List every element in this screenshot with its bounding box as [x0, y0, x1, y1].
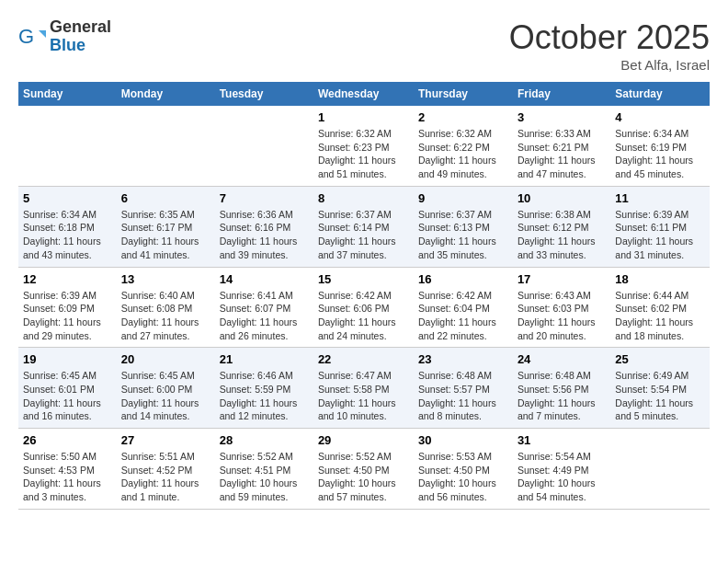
title-block: October 2025 Bet Alfa, Israel [509, 18, 710, 73]
day-number: 10 [518, 191, 606, 205]
calendar-cell: 30Sunrise: 5:53 AMSunset: 4:50 PMDayligh… [414, 429, 513, 510]
day-info: Sunrise: 6:32 AMSunset: 6:23 PMDaylight:… [318, 127, 409, 181]
calendar-cell: 8Sunrise: 6:37 AMSunset: 6:14 PMDaylight… [313, 186, 414, 267]
day-info: Sunrise: 6:48 AMSunset: 5:57 PMDaylight:… [418, 369, 508, 423]
day-info: Sunrise: 6:33 AMSunset: 6:21 PMDaylight:… [518, 127, 606, 181]
day-number: 21 [220, 352, 309, 366]
day-number: 17 [518, 272, 606, 286]
day-number: 26 [23, 433, 112, 447]
calendar-cell: 14Sunrise: 6:41 AMSunset: 6:07 PMDayligh… [215, 267, 313, 348]
calendar-cell: 6Sunrise: 6:35 AMSunset: 6:17 PMDaylight… [117, 186, 215, 267]
day-info: Sunrise: 6:38 AMSunset: 6:12 PMDaylight:… [518, 208, 606, 262]
logo-blue-text: Blue [50, 37, 111, 55]
calendar-cell: 10Sunrise: 6:38 AMSunset: 6:12 PMDayligh… [513, 186, 610, 267]
calendar-cell: 1Sunrise: 6:32 AMSunset: 6:23 PMDaylight… [313, 106, 414, 186]
calendar-cell [610, 429, 710, 510]
day-info: Sunrise: 6:42 AMSunset: 6:04 PMDaylight:… [418, 289, 508, 343]
svg-marker-1 [39, 30, 46, 38]
calendar-cell: 15Sunrise: 6:42 AMSunset: 6:06 PMDayligh… [313, 267, 414, 348]
day-number: 30 [418, 433, 508, 447]
calendar-cell [18, 106, 117, 186]
calendar-cell: 3Sunrise: 6:33 AMSunset: 6:21 PMDaylight… [513, 106, 610, 186]
day-info: Sunrise: 6:40 AMSunset: 6:08 PMDaylight:… [121, 289, 210, 343]
day-info: Sunrise: 6:47 AMSunset: 5:58 PMDaylight:… [318, 369, 409, 423]
day-number: 14 [220, 272, 309, 286]
calendar-cell: 19Sunrise: 6:45 AMSunset: 6:01 PMDayligh… [18, 348, 117, 429]
logo-text: General Blue [50, 18, 111, 55]
calendar-cell [117, 106, 215, 186]
day-number: 5 [23, 191, 112, 205]
day-number: 2 [418, 110, 508, 124]
day-number: 20 [121, 352, 210, 366]
calendar-cell: 9Sunrise: 6:37 AMSunset: 6:13 PMDaylight… [414, 186, 513, 267]
day-number: 31 [518, 433, 606, 447]
calendar-cell: 27Sunrise: 5:51 AMSunset: 4:52 PMDayligh… [117, 429, 215, 510]
day-number: 4 [615, 110, 705, 124]
day-number: 22 [318, 352, 409, 366]
day-number: 8 [318, 191, 409, 205]
day-number: 16 [418, 272, 508, 286]
location-subtitle: Bet Alfa, Israel [509, 57, 710, 73]
day-info: Sunrise: 6:34 AMSunset: 6:19 PMDaylight:… [615, 127, 705, 181]
page-header: G General Blue October 2025 Bet Alfa, Is… [18, 18, 710, 73]
calendar-cell: 25Sunrise: 6:49 AMSunset: 5:54 PMDayligh… [610, 348, 710, 429]
day-number: 6 [121, 191, 210, 205]
day-info: Sunrise: 6:45 AMSunset: 6:00 PMDaylight:… [121, 369, 210, 423]
day-info: Sunrise: 5:52 AMSunset: 4:50 PMDaylight:… [318, 450, 409, 504]
day-info: Sunrise: 6:49 AMSunset: 5:54 PMDaylight:… [615, 369, 705, 423]
logo-general-text: General [50, 18, 111, 37]
calendar-cell: 4Sunrise: 6:34 AMSunset: 6:19 PMDaylight… [610, 106, 710, 186]
day-number: 23 [418, 352, 508, 366]
calendar-cell: 29Sunrise: 5:52 AMSunset: 4:50 PMDayligh… [313, 429, 414, 510]
day-number: 7 [220, 191, 309, 205]
calendar-cell: 26Sunrise: 5:50 AMSunset: 4:53 PMDayligh… [18, 429, 117, 510]
weekday-header-tuesday: Tuesday [215, 82, 313, 106]
calendar-week-row: 5Sunrise: 6:34 AMSunset: 6:18 PMDaylight… [18, 186, 710, 267]
day-info: Sunrise: 6:44 AMSunset: 6:02 PMDaylight:… [615, 289, 705, 343]
day-info: Sunrise: 6:45 AMSunset: 6:01 PMDaylight:… [23, 369, 112, 423]
day-number: 28 [220, 433, 309, 447]
calendar-cell: 21Sunrise: 6:46 AMSunset: 5:59 PMDayligh… [215, 348, 313, 429]
calendar-header-row: SundayMondayTuesdayWednesdayThursdayFrid… [18, 82, 710, 106]
calendar-week-row: 1Sunrise: 6:32 AMSunset: 6:23 PMDaylight… [18, 106, 710, 186]
day-info: Sunrise: 6:48 AMSunset: 5:56 PMDaylight:… [518, 369, 606, 423]
day-number: 24 [518, 352, 606, 366]
day-number: 11 [615, 191, 705, 205]
calendar-week-row: 12Sunrise: 6:39 AMSunset: 6:09 PMDayligh… [18, 267, 710, 348]
day-info: Sunrise: 5:51 AMSunset: 4:52 PMDaylight:… [121, 450, 210, 504]
day-info: Sunrise: 6:42 AMSunset: 6:06 PMDaylight:… [318, 289, 409, 343]
calendar-cell: 11Sunrise: 6:39 AMSunset: 6:11 PMDayligh… [610, 186, 710, 267]
day-info: Sunrise: 5:50 AMSunset: 4:53 PMDaylight:… [23, 450, 112, 504]
day-number: 3 [518, 110, 606, 124]
day-number: 19 [23, 352, 112, 366]
day-info: Sunrise: 6:39 AMSunset: 6:11 PMDaylight:… [615, 208, 705, 262]
calendar-cell: 31Sunrise: 5:54 AMSunset: 4:49 PMDayligh… [513, 429, 610, 510]
calendar-cell: 13Sunrise: 6:40 AMSunset: 6:08 PMDayligh… [117, 267, 215, 348]
day-info: Sunrise: 6:32 AMSunset: 6:22 PMDaylight:… [418, 127, 508, 181]
day-info: Sunrise: 6:39 AMSunset: 6:09 PMDaylight:… [23, 289, 112, 343]
calendar-cell: 20Sunrise: 6:45 AMSunset: 6:00 PMDayligh… [117, 348, 215, 429]
day-number: 13 [121, 272, 210, 286]
day-info: Sunrise: 5:52 AMSunset: 4:51 PMDaylight:… [220, 450, 309, 504]
day-info: Sunrise: 6:34 AMSunset: 6:18 PMDaylight:… [23, 208, 112, 262]
day-info: Sunrise: 6:41 AMSunset: 6:07 PMDaylight:… [220, 289, 309, 343]
day-number: 1 [318, 110, 409, 124]
day-info: Sunrise: 5:53 AMSunset: 4:50 PMDaylight:… [418, 450, 508, 504]
weekday-header-saturday: Saturday [610, 82, 710, 106]
weekday-header-friday: Friday [513, 82, 610, 106]
month-title: October 2025 [509, 18, 710, 57]
calendar-cell: 16Sunrise: 6:42 AMSunset: 6:04 PMDayligh… [414, 267, 513, 348]
calendar-week-row: 26Sunrise: 5:50 AMSunset: 4:53 PMDayligh… [18, 429, 710, 510]
day-info: Sunrise: 6:46 AMSunset: 5:59 PMDaylight:… [220, 369, 309, 423]
day-number: 29 [318, 433, 409, 447]
day-info: Sunrise: 6:37 AMSunset: 6:13 PMDaylight:… [418, 208, 508, 262]
day-info: Sunrise: 6:43 AMSunset: 6:03 PMDaylight:… [518, 289, 606, 343]
weekday-header-monday: Monday [117, 82, 215, 106]
day-info: Sunrise: 6:36 AMSunset: 6:16 PMDaylight:… [220, 208, 309, 262]
weekday-header-sunday: Sunday [18, 82, 117, 106]
calendar-table: SundayMondayTuesdayWednesdayThursdayFrid… [18, 82, 710, 510]
calendar-cell: 18Sunrise: 6:44 AMSunset: 6:02 PMDayligh… [610, 267, 710, 348]
day-number: 9 [418, 191, 508, 205]
calendar-week-row: 19Sunrise: 6:45 AMSunset: 6:01 PMDayligh… [18, 348, 710, 429]
day-number: 27 [121, 433, 210, 447]
